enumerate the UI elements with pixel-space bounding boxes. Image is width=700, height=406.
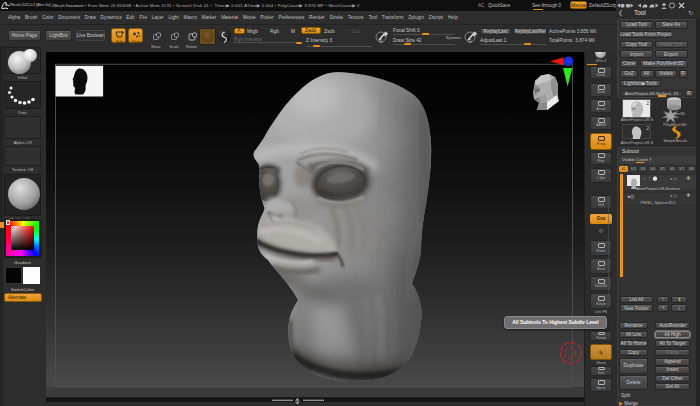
svg-text:Edit: Edit: [116, 38, 124, 43]
svg-text:Draw: Draw: [132, 38, 141, 43]
